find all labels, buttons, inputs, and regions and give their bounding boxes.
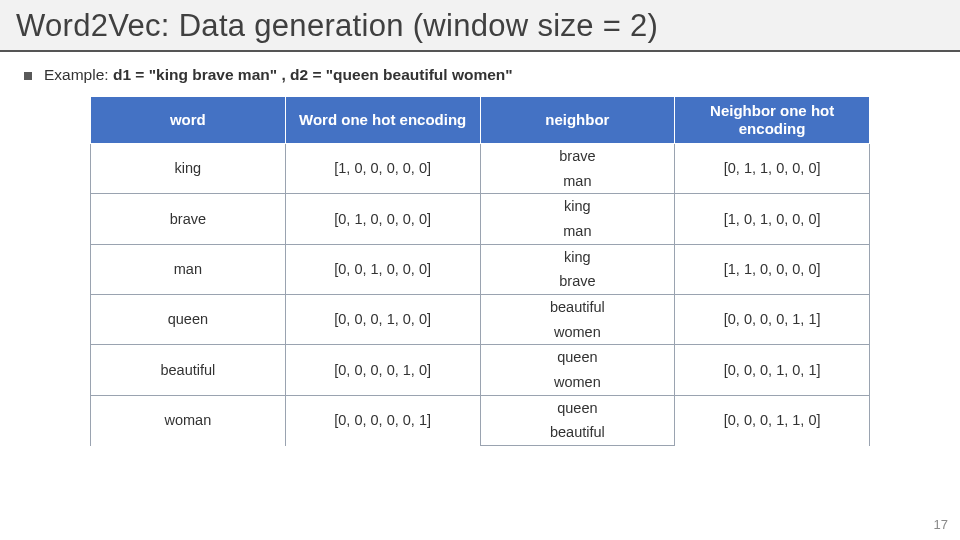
example-prefix: Example:	[44, 66, 113, 83]
bullet-icon	[24, 72, 32, 80]
table-body: king [1, 0, 0, 0, 0, 0] brave [0, 1, 1, …	[91, 144, 870, 446]
cell-neighbor: queen	[480, 345, 675, 370]
cell-neighbor: man	[480, 169, 675, 194]
cell-enc: [0, 0, 1, 0, 0, 0]	[285, 244, 480, 294]
cell-neighbor: women	[480, 370, 675, 395]
table-row: beautiful [0, 0, 0, 0, 1, 0] queen [0, 0…	[91, 345, 870, 370]
cell-enc: [0, 0, 0, 0, 0, 1]	[285, 395, 480, 445]
cell-nenc: [1, 1, 0, 0, 0, 0]	[675, 244, 870, 294]
table-row: brave [0, 1, 0, 0, 0, 0] king [1, 0, 1, …	[91, 194, 870, 219]
page-title: Word2Vec: Data generation (window size =…	[16, 8, 944, 44]
col-neighbor: neighbor	[480, 97, 675, 144]
cell-nenc: [0, 1, 1, 0, 0, 0]	[675, 144, 870, 194]
cell-word: woman	[91, 395, 286, 445]
cell-enc: [0, 0, 0, 1, 0, 0]	[285, 295, 480, 345]
cell-nenc: [0, 0, 0, 1, 0, 1]	[675, 345, 870, 395]
cell-enc: [0, 0, 0, 0, 1, 0]	[285, 345, 480, 395]
data-table: word Word one hot encoding neighbor Neig…	[90, 96, 870, 446]
example-line: Example: d1 = "king brave man" , d2 = "q…	[24, 66, 936, 84]
title-bar: Word2Vec: Data generation (window size =…	[0, 0, 960, 52]
cell-neighbor: beautiful	[480, 420, 675, 445]
cell-nenc: [0, 0, 0, 1, 1, 0]	[675, 395, 870, 445]
cell-neighbor: king	[480, 244, 675, 269]
col-neighbor-enc: Neighbor one hot encoding	[675, 97, 870, 144]
slide-number: 17	[934, 517, 948, 532]
example-text: Example: d1 = "king brave man" , d2 = "q…	[44, 66, 513, 84]
cell-word: beautiful	[91, 345, 286, 395]
cell-neighbor: queen	[480, 395, 675, 420]
cell-word: king	[91, 144, 286, 194]
header-row: word Word one hot encoding neighbor Neig…	[91, 97, 870, 144]
table-wrap: word Word one hot encoding neighbor Neig…	[90, 96, 870, 446]
cell-neighbor: beautiful	[480, 295, 675, 320]
cell-neighbor: brave	[480, 144, 675, 169]
cell-word: man	[91, 244, 286, 294]
cell-neighbor: women	[480, 320, 675, 345]
cell-word: queen	[91, 295, 286, 345]
example-body: d1 = "king brave man" , d2 = "queen beau…	[113, 66, 513, 83]
cell-neighbor: brave	[480, 269, 675, 294]
col-word: word	[91, 97, 286, 144]
cell-nenc: [1, 0, 1, 0, 0, 0]	[675, 194, 870, 244]
table-row: woman [0, 0, 0, 0, 0, 1] queen [0, 0, 0,…	[91, 395, 870, 420]
col-word-enc: Word one hot encoding	[285, 97, 480, 144]
cell-enc: [1, 0, 0, 0, 0, 0]	[285, 144, 480, 194]
table-row: man [0, 0, 1, 0, 0, 0] king [1, 1, 0, 0,…	[91, 244, 870, 269]
table-row: king [1, 0, 0, 0, 0, 0] brave [0, 1, 1, …	[91, 144, 870, 169]
cell-neighbor: king	[480, 194, 675, 219]
cell-nenc: [0, 0, 0, 0, 1, 1]	[675, 295, 870, 345]
table-row: queen [0, 0, 0, 1, 0, 0] beautiful [0, 0…	[91, 295, 870, 320]
cell-neighbor: man	[480, 219, 675, 244]
cell-enc: [0, 1, 0, 0, 0, 0]	[285, 194, 480, 244]
content-area: Example: d1 = "king brave man" , d2 = "q…	[0, 52, 960, 446]
cell-word: brave	[91, 194, 286, 244]
